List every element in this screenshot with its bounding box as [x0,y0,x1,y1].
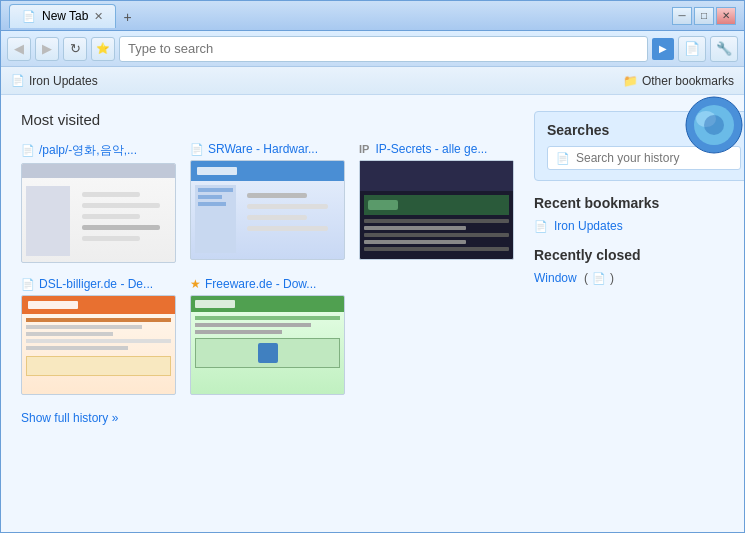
main-content: Most visited 📄 /palp/-영화,음악,... [1,95,744,532]
most-visited-title: Most visited [21,111,514,128]
recently-closed-item: Window ( 📄 ) [534,271,744,285]
recent-bookmark-iron[interactable]: 📄 Iron Updates [534,219,744,233]
page-icon-dsl: 📄 [21,278,35,291]
wrench-icon: 🔧 [716,41,732,56]
recent-bookmarks-box: Recent bookmarks 📄 Iron Updates [534,195,744,233]
thumb-ip-img [359,160,514,260]
tab-icon: 📄 [22,10,36,23]
bookmark-page-icon: 📄 [11,74,25,87]
thumbnail-freeware-title[interactable]: ★ Freeware.de - Dow... [190,277,345,291]
recently-closed-bracket: ) [610,271,614,285]
page-icon-palp: 📄 [21,144,35,157]
ip-text-icon: IP [359,143,369,155]
show-history-link[interactable]: Show full history » [21,411,514,425]
tab-area: 📄 New Tab ✕ + [9,4,672,28]
tools-menu-button[interactable]: 🔧 [710,36,738,62]
forward-button[interactable]: ▶ [35,37,59,61]
iron-logo [684,95,744,155]
other-bookmarks-label: Other bookmarks [642,74,734,88]
title-bar: 📄 New Tab ✕ + ─ □ ✕ [1,1,744,31]
thumb-palp-img [21,163,176,263]
window-frame: 📄 New Tab ✕ + ─ □ ✕ ◀ ▶ ↻ ⭐ ▶ 📄 🔧 � [0,0,745,533]
thumbnail-dsl-title[interactable]: 📄 DSL-billiger.de - De... [21,277,176,291]
back-button[interactable]: ◀ [7,37,31,61]
thumb-srware-img [190,160,345,260]
thumbnail-ip[interactable]: IP IP-Secrets - alle ge... [359,142,514,263]
minimize-button[interactable]: ─ [672,7,692,25]
thumbnail-ip-title[interactable]: IP IP-Secrets - alle ge... [359,142,514,156]
search-doc-icon: 📄 [556,152,570,165]
left-panel: Most visited 📄 /palp/-영화,음악,... [21,111,514,425]
thumbnail-srware-title[interactable]: 📄 SRWare - Hardwar... [190,142,345,156]
close-button[interactable]: ✕ [716,7,736,25]
maximize-button[interactable]: □ [694,7,714,25]
thumb-dsl-img [21,295,176,395]
bookmark-label: Iron Updates [29,74,98,88]
thumbnail-dsl[interactable]: 📄 DSL-billiger.de - De... [21,277,176,395]
svg-point-3 [704,115,724,135]
active-tab[interactable]: 📄 New Tab ✕ [9,4,116,28]
recently-closed-window-link[interactable]: Window [534,271,577,285]
closed-page-icon: 📄 [592,272,606,285]
star-icon-freeware: ★ [190,277,201,291]
tab-label: New Tab [42,9,88,23]
thumbnail-palp-title[interactable]: 📄 /palp/-영화,음악,... [21,142,176,159]
bookmark-iron-updates[interactable]: 📄 Iron Updates [11,74,98,88]
content-row: Most visited 📄 /palp/-영화,음악,... [21,111,724,425]
tab-close-button[interactable]: ✕ [94,10,103,23]
page-menu-button[interactable]: 📄 [678,36,706,62]
folder-icon: 📁 [623,74,638,88]
bookmarks-bar: 📄 Iron Updates 📁 Other bookmarks [1,67,744,95]
page-icon-srware: 📄 [190,143,204,156]
right-panel: Searches 📄 Recent bookmarks 📄 Iron Updat… [534,111,744,425]
reload-button[interactable]: ↻ [63,37,87,61]
other-bookmarks-button[interactable]: 📁 Other bookmarks [623,74,734,88]
recent-bookmark-label: Iron Updates [554,219,623,233]
address-input[interactable] [128,41,639,56]
page-icon: 📄 [684,41,700,56]
thumbnail-palp[interactable]: 📄 /palp/-영화,음악,... [21,142,176,263]
go-button[interactable]: ▶ [652,38,674,60]
nav-bar: ◀ ▶ ↻ ⭐ ▶ 📄 🔧 [1,31,744,67]
recently-closed-title: Recently closed [534,247,744,263]
thumb-freeware-img [190,295,345,395]
home-button[interactable]: ⭐ [91,37,115,61]
thumbnail-srware[interactable]: 📄 SRWare - Hardwar... [190,142,345,263]
recently-closed-box: Recently closed Window ( 📄 ) [534,247,744,285]
thumbnails-grid: 📄 /palp/-영화,음악,... [21,142,514,395]
address-bar[interactable] [119,36,648,62]
window-controls: ─ □ ✕ [672,7,736,25]
recent-bookmarks-title: Recent bookmarks [534,195,744,211]
bookmark-page-icon-recent: 📄 [534,220,548,233]
new-tab-button[interactable]: + [116,6,138,28]
recently-closed-separator: ( [581,271,588,285]
thumbnail-freeware[interactable]: ★ Freeware.de - Dow... [190,277,345,395]
